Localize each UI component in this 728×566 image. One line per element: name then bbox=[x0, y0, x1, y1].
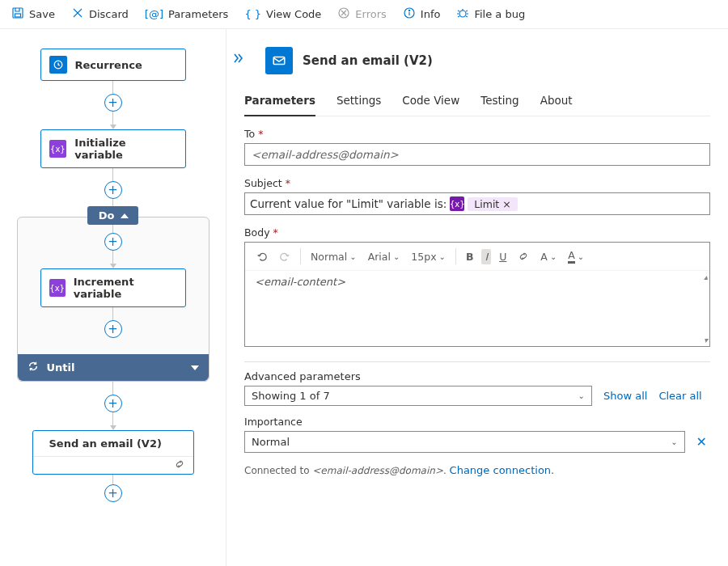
size-select[interactable]: 15px ⌄ bbox=[408, 249, 449, 264]
close-icon bbox=[71, 6, 84, 22]
subject-input[interactable]: Current value for "Limit" variable is: {… bbox=[244, 192, 710, 215]
advanced-parameters-row: Showing 1 of 7 ⌄ Show all Clear all bbox=[244, 386, 710, 406]
errors-button[interactable]: Errors bbox=[331, 3, 392, 25]
node-increment-variable[interactable]: {x} Increment variable bbox=[40, 268, 186, 307]
node-send-email[interactable]: Send an email (V2) bbox=[32, 430, 194, 475]
top-toolbar: Save Discard [@] Parameters { } View Cod… bbox=[0, 0, 728, 29]
variable-pill-limit[interactable]: Limit × bbox=[468, 197, 517, 211]
node-initialize-variable[interactable]: {x} Initialize variable bbox=[40, 129, 186, 168]
font-select[interactable]: Arial ⌄ bbox=[365, 249, 404, 264]
file-bug-label: File a bug bbox=[474, 8, 525, 20]
parameters-button[interactable]: [@] Parameters bbox=[138, 5, 235, 23]
tab-code-view[interactable]: Code View bbox=[402, 89, 459, 116]
body-input[interactable]: <email-content> ▴ ▾ bbox=[245, 271, 709, 346]
pane-title: Send an email (V2) bbox=[303, 53, 433, 68]
connector: + bbox=[104, 382, 122, 430]
field-subject: Subject * Current value for "Limit" vari… bbox=[244, 177, 710, 215]
add-step-button[interactable]: + bbox=[104, 484, 122, 502]
importance-label: Importance bbox=[244, 416, 710, 428]
connector: + bbox=[104, 307, 122, 338]
until-header[interactable]: Until bbox=[18, 354, 209, 381]
variable-icon: {x} bbox=[49, 140, 67, 158]
scroll-down-icon[interactable]: ▾ bbox=[704, 336, 708, 344]
node-email-label: Send an email (V2) bbox=[49, 437, 162, 450]
details-pane: Send an email (V2) Parameters Settings C… bbox=[226, 29, 728, 566]
connected-value: <email-address@domain> bbox=[312, 465, 443, 476]
remove-parameter-button[interactable]: ✕ bbox=[693, 431, 710, 453]
link-button[interactable] bbox=[514, 249, 532, 264]
connector: + bbox=[104, 81, 122, 129]
tab-parameters[interactable]: Parameters bbox=[244, 89, 315, 116]
editor-toolbar: Normal ⌄ Arial ⌄ 15px ⌄ B I U A ⌄ A ⌄ bbox=[245, 243, 709, 271]
connector: + bbox=[104, 475, 122, 502]
do-header[interactable]: Do bbox=[87, 206, 139, 225]
change-connection-link[interactable]: Change connection. bbox=[450, 464, 555, 476]
bold-button[interactable]: B bbox=[463, 249, 477, 264]
node-recurrence-label: Recurrence bbox=[75, 59, 142, 71]
redo-button[interactable] bbox=[276, 249, 294, 264]
add-step-button[interactable]: + bbox=[104, 395, 122, 412]
braces-icon: { } bbox=[244, 8, 261, 20]
view-code-button[interactable]: { } View Code bbox=[238, 5, 328, 23]
workflow-canvas: Recurrence + {x} Initialize variable + D… bbox=[0, 29, 226, 566]
field-to: To * <email-address@domain> bbox=[244, 128, 710, 166]
field-body: Body * Normal ⌄ Arial ⌄ 15px ⌄ B I U A ⌄… bbox=[244, 226, 710, 347]
view-code-label: View Code bbox=[266, 8, 321, 20]
add-step-button[interactable]: + bbox=[104, 233, 122, 251]
chevron-down-icon: ⌄ bbox=[578, 391, 585, 400]
chevron-down-icon: ⌄ bbox=[671, 437, 677, 446]
scroll-up-icon[interactable]: ▴ bbox=[704, 272, 708, 281]
body-value: <email-content> bbox=[255, 276, 345, 288]
italic-button[interactable]: I bbox=[481, 249, 491, 264]
discard-button[interactable]: Discard bbox=[65, 3, 135, 25]
text-color-button[interactable]: A ⌄ bbox=[537, 249, 560, 264]
importance-value: Normal bbox=[252, 436, 290, 448]
to-label: To bbox=[244, 128, 255, 140]
collapse-pane-button[interactable] bbox=[231, 52, 244, 67]
until-label: Until bbox=[47, 361, 75, 374]
file-bug-button[interactable]: File a bug bbox=[450, 3, 531, 25]
pane-header: Send an email (V2) bbox=[265, 47, 710, 74]
tab-about[interactable]: About bbox=[540, 89, 573, 116]
info-label: Info bbox=[421, 8, 441, 20]
subject-label: Subject bbox=[244, 177, 282, 189]
variable-icon: {x} bbox=[49, 279, 66, 297]
do-label: Do bbox=[99, 209, 115, 222]
connection-info: Connected to <email-address@domain>. Cha… bbox=[244, 464, 710, 476]
node-recurrence[interactable]: Recurrence bbox=[40, 49, 186, 81]
highlight-button[interactable]: A ⌄ bbox=[565, 247, 587, 265]
tab-testing[interactable]: Testing bbox=[480, 89, 518, 116]
connected-prefix: Connected to bbox=[244, 465, 309, 476]
connector: + bbox=[104, 225, 122, 268]
advanced-parameters-select[interactable]: Showing 1 of 7 ⌄ bbox=[244, 386, 592, 406]
show-all-link[interactable]: Show all bbox=[603, 390, 647, 402]
node-inc-var-label: Increment variable bbox=[74, 276, 177, 300]
error-icon bbox=[337, 6, 350, 22]
required-mark: * bbox=[286, 177, 290, 189]
importance-select[interactable]: Normal ⌄ bbox=[244, 431, 685, 453]
svg-rect-1 bbox=[15, 14, 21, 17]
body-label: Body bbox=[244, 226, 270, 239]
style-select[interactable]: Normal ⌄ bbox=[307, 249, 360, 264]
chevron-up-icon bbox=[121, 213, 129, 218]
field-importance: Importance Normal ⌄ ✕ bbox=[244, 416, 710, 453]
to-input[interactable]: <email-address@domain> bbox=[244, 143, 710, 166]
required-mark: * bbox=[273, 226, 278, 239]
discard-label: Discard bbox=[89, 8, 129, 20]
divider bbox=[244, 361, 710, 362]
save-button[interactable]: Save bbox=[5, 3, 61, 25]
svg-point-5 bbox=[459, 11, 466, 17]
info-icon bbox=[403, 6, 416, 22]
clock-icon bbox=[49, 56, 67, 74]
info-button[interactable]: Info bbox=[396, 3, 447, 25]
clear-all-link[interactable]: Clear all bbox=[658, 390, 701, 402]
rich-text-editor: Normal ⌄ Arial ⌄ 15px ⌄ B I U A ⌄ A ⌄ <e… bbox=[244, 242, 710, 347]
svg-point-4 bbox=[408, 10, 409, 11]
add-step-button[interactable]: + bbox=[104, 94, 122, 112]
tab-settings[interactable]: Settings bbox=[336, 89, 381, 116]
add-step-button[interactable]: + bbox=[104, 320, 122, 338]
underline-button[interactable]: U bbox=[496, 249, 510, 264]
add-step-button[interactable]: + bbox=[104, 181, 122, 199]
bug-icon bbox=[456, 6, 469, 22]
undo-button[interactable] bbox=[253, 249, 271, 264]
